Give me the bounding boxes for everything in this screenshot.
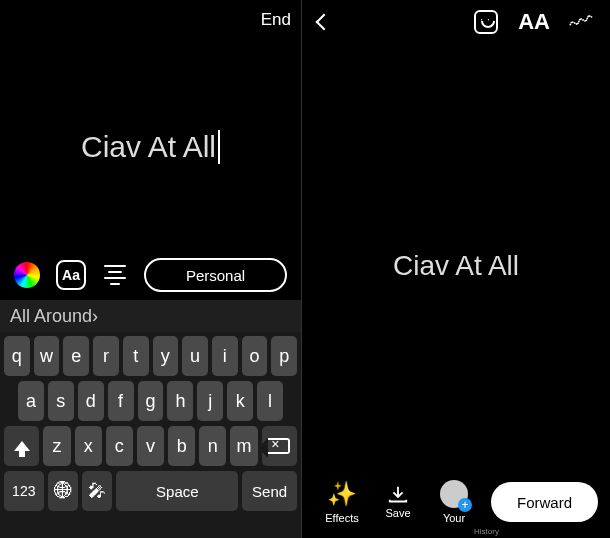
font-style-button[interactable]: Aa [56,260,86,290]
text-align-icon[interactable] [102,265,128,285]
key-c[interactable]: c [106,426,133,466]
key-globe[interactable]: 🌐︎ [48,471,78,511]
key-b[interactable]: b [168,426,195,466]
sticker-icon[interactable] [474,10,498,34]
key-p[interactable]: p [271,336,297,376]
key-o[interactable]: o [242,336,268,376]
keyboard-row-3: z x c v b n m [4,426,297,466]
key-shift[interactable] [4,426,39,466]
story-compose-pane: End Ciav At All Aa Personal All Around› … [0,0,302,538]
key-z[interactable]: z [43,426,70,466]
key-t[interactable]: t [123,336,149,376]
save-icon [387,485,409,503]
mic-icon: 🎤︎ [88,481,106,502]
keyboard-row-1: q w e r t y u i o p [4,336,297,376]
backspace-icon [268,438,290,454]
history-label: History [474,527,499,536]
preview-bottom-bar: ✨ Effects Save Your Forward [302,480,610,524]
story-preview-pane: AA 〰 Ciav At All ✨ Effects Save Your For… [302,0,610,538]
globe-icon: 🌐︎ [54,481,72,502]
draw-icon[interactable]: 〰 [566,5,598,40]
key-n[interactable]: n [199,426,226,466]
your-label: Your [443,512,465,524]
save-button[interactable]: Save [370,485,426,519]
key-space[interactable]: Space [116,471,238,511]
text-tool-icon[interactable]: AA [518,9,550,35]
key-q[interactable]: q [4,336,30,376]
effects-label: Effects [325,512,358,524]
key-send[interactable]: Send [242,471,297,511]
keyboard-row-2: a s d f g h j k l [4,381,297,421]
key-x[interactable]: x [75,426,102,466]
key-k[interactable]: k [227,381,253,421]
preview-text: Ciav At All [302,250,610,282]
key-backspace[interactable] [262,426,297,466]
key-y[interactable]: y [153,336,179,376]
keyboard: q w e r t y u i o p a s d f g h j k l z … [0,332,301,538]
story-text-input[interactable]: Ciav At All [0,130,301,164]
key-e[interactable]: e [63,336,89,376]
key-m[interactable]: m [230,426,257,466]
color-picker-icon[interactable] [14,262,40,288]
key-r[interactable]: r [93,336,119,376]
key-f[interactable]: f [108,381,134,421]
key-w[interactable]: w [34,336,60,376]
your-story-button[interactable]: Your [426,480,482,524]
key-s[interactable]: s [48,381,74,421]
key-a[interactable]: a [18,381,44,421]
key-g[interactable]: g [138,381,164,421]
key-u[interactable]: u [182,336,208,376]
key-l[interactable]: l [257,381,283,421]
key-v[interactable]: v [137,426,164,466]
avatar-icon [440,480,468,508]
key-j[interactable]: j [197,381,223,421]
shift-icon [14,441,30,451]
back-icon[interactable] [316,14,333,31]
effects-icon: ✨ [327,480,357,508]
keyboard-row-4: 123 🌐︎ 🎤︎ Space Send [4,471,297,511]
keyboard-suggestion-bar[interactable]: All Around› [0,300,301,332]
effects-button[interactable]: ✨ Effects [314,480,370,524]
font-name-pill[interactable]: Personal [144,258,287,292]
end-label[interactable]: End [261,10,291,30]
preview-top-bar: AA 〰 [302,8,610,36]
save-label: Save [385,507,410,519]
text-tool-row: Aa Personal [0,258,301,292]
text-cursor [218,130,220,164]
key-numeric[interactable]: 123 [4,471,44,511]
key-d[interactable]: d [78,381,104,421]
key-mic[interactable]: 🎤︎ [82,471,112,511]
forward-button[interactable]: Forward [491,482,598,522]
story-text-value: Ciav At All [81,130,216,164]
key-i[interactable]: i [212,336,238,376]
key-h[interactable]: h [167,381,193,421]
